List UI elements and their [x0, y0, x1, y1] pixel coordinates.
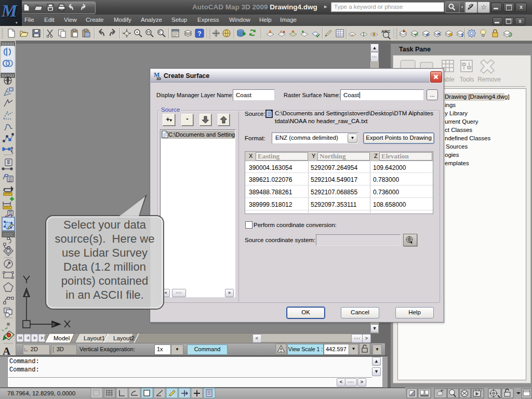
svg-text:Layout1: Layout1	[84, 335, 105, 341]
svg-text:?: ?	[197, 30, 201, 37]
svg-text:3D: 3D	[156, 77, 161, 81]
svg-text:Model: Model	[54, 335, 70, 341]
svg-text:Layout2: Layout2	[113, 335, 135, 341]
svg-text:i: i	[461, 32, 463, 38]
